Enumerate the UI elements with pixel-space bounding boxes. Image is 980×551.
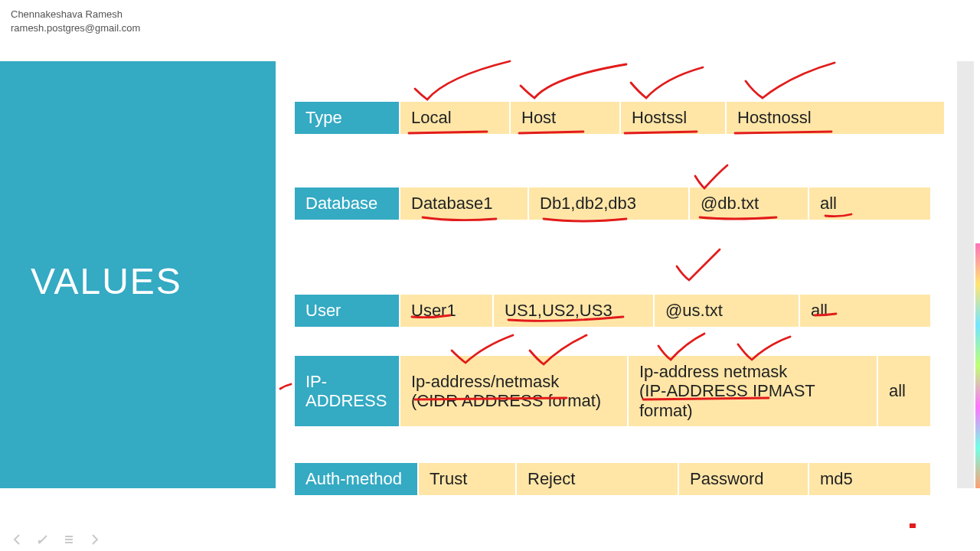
cell-ip-mask-l1: Ip-address netmask bbox=[639, 362, 787, 381]
content-area: Type Local Host Hostssl Hostnossl Databa… bbox=[294, 61, 946, 474]
row-user: User User1 US1,US2,US3 @us.txt all bbox=[294, 294, 946, 328]
row-ip: IP- ADDRESS Ip-address/netmask (CIDR ADD… bbox=[294, 355, 946, 427]
sidebar-panel: VALUES bbox=[0, 61, 276, 488]
cell-db-2: Db1,db2,db3 bbox=[528, 187, 689, 220]
cell-db-all: all bbox=[808, 187, 931, 220]
cell-ip-cidr-l1: Ip-address/netmask bbox=[411, 372, 559, 391]
cell-type-host: Host bbox=[510, 101, 620, 135]
page-title: VALUES bbox=[0, 61, 276, 302]
presenter-toolbar bbox=[0, 528, 980, 551]
cell-auth-trust: Trust bbox=[418, 462, 516, 496]
cell-type-hostnossl: Hostnossl bbox=[726, 101, 945, 135]
presenter-info: Chennakeshava Ramesh ramesh.postgres@gma… bbox=[11, 8, 140, 34]
cell-user-1: User1 bbox=[400, 294, 493, 328]
cell-ip-mask: Ip-address netmask (IP-ADDRESS IPMAST fo… bbox=[628, 355, 877, 427]
label-user: User bbox=[294, 294, 400, 328]
cell-ip-mask-l2: (IP-ADDRESS IPMAST format) bbox=[639, 381, 867, 420]
label-database: Database bbox=[294, 187, 400, 220]
label-auth: Auth-method bbox=[294, 462, 418, 496]
row-type: Type Local Host Hostssl Hostnossl bbox=[294, 101, 946, 135]
cell-ip-cidr-l2: (CIDR ADDRESS format) bbox=[411, 391, 601, 410]
presenter-email: ramesh.postgres@gmail.com bbox=[11, 21, 140, 35]
cell-ip-cidr: Ip-address/netmask (CIDR ADDRESS format) bbox=[400, 355, 628, 427]
pen-icon[interactable] bbox=[37, 533, 49, 546]
row-database: Database Database1 Db1,db2,db3 @db.txt a… bbox=[294, 187, 946, 220]
label-ip-line1: IP- bbox=[305, 372, 327, 391]
next-slide-icon[interactable] bbox=[89, 533, 101, 546]
menu-icon[interactable] bbox=[63, 533, 75, 546]
cell-user-3: @us.txt bbox=[654, 294, 799, 328]
cell-db-1: Database1 bbox=[400, 187, 528, 220]
label-type: Type bbox=[294, 101, 400, 135]
cell-auth-reject: Reject bbox=[516, 462, 678, 496]
right-strip bbox=[957, 61, 974, 488]
cell-auth-md5: md5 bbox=[808, 462, 931, 496]
presenter-name: Chennakeshava Ramesh bbox=[11, 8, 140, 21]
row-auth: Auth-method Trust Reject Password md5 bbox=[294, 462, 946, 496]
cell-type-local: Local bbox=[400, 101, 510, 135]
cell-ip-all: all bbox=[877, 355, 931, 427]
label-ip-line2: ADDRESS bbox=[305, 391, 387, 410]
rainbow-edge bbox=[975, 243, 980, 488]
label-ip: IP- ADDRESS bbox=[294, 355, 400, 427]
cell-type-hostssl: Hostssl bbox=[620, 101, 726, 135]
cell-user-all: all bbox=[799, 294, 931, 328]
prev-slide-icon[interactable] bbox=[11, 533, 23, 546]
cell-user-2: US1,US2,US3 bbox=[493, 294, 654, 328]
cell-auth-password: Password bbox=[678, 462, 808, 496]
cell-db-3: @db.txt bbox=[689, 187, 808, 220]
